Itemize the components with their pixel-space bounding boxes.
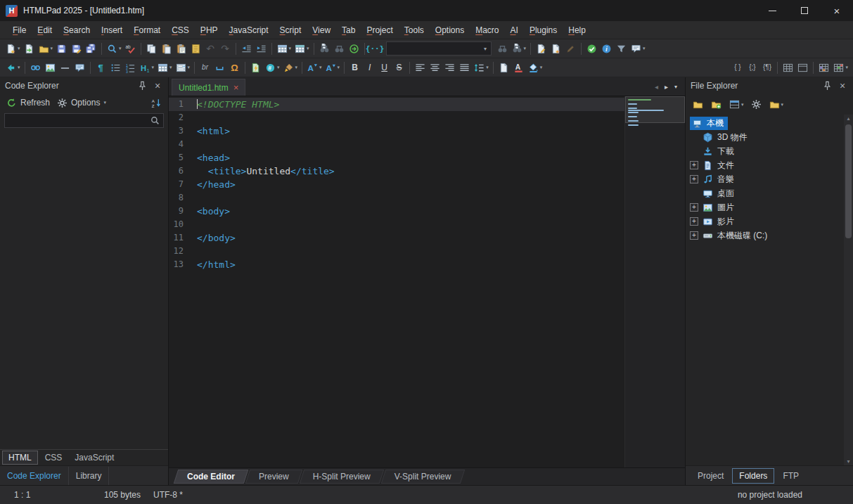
code-line[interactable]: 10 — [169, 218, 624, 231]
fe-root-folder-button[interactable]: ▾ — [767, 96, 785, 112]
hyperlink-button[interactable] — [28, 60, 43, 76]
code-snippet-button[interactable]: {··} — [368, 41, 383, 57]
dock-tab-library[interactable]: Library — [69, 467, 110, 485]
paste-button[interactable] — [159, 41, 174, 57]
code-line[interactable]: 4 — [169, 138, 624, 151]
align-left-button[interactable] — [413, 60, 428, 76]
tree-item-item[interactable]: +文件 — [686, 158, 844, 172]
code-explorer-tree[interactable] — [0, 131, 168, 449]
css-style-button[interactable]: #▾ — [263, 60, 281, 76]
nbsp-button[interactable] — [212, 60, 227, 76]
maximize-button[interactable] — [788, 0, 821, 21]
open-file-button[interactable]: ▾ — [37, 41, 55, 57]
tree-item-item[interactable]: 下載 — [686, 144, 844, 158]
chevron-down-icon[interactable]: ▾ — [480, 46, 491, 52]
tree-item-item[interactable]: +圖片 — [686, 200, 844, 214]
insert-image-button[interactable] — [43, 60, 58, 76]
menu-search[interactable]: Search — [58, 22, 96, 38]
menu-project[interactable]: Project — [361, 22, 398, 38]
dock-tab-project[interactable]: Project — [691, 469, 730, 483]
quick-search-combobox[interactable]: ▾ — [386, 41, 492, 56]
format-painter-button[interactable]: ▾ — [281, 60, 300, 76]
expand-icon[interactable]: + — [690, 203, 698, 212]
goto-line-button[interactable] — [347, 41, 361, 57]
scrollbar-thumb[interactable] — [845, 124, 852, 238]
format-code-button[interactable]: { } — [730, 60, 745, 76]
find-previous-button[interactable]: ▾ — [510, 41, 528, 57]
menu-macro[interactable]: Macro — [470, 22, 504, 38]
comments-button[interactable]: ▾ — [629, 41, 647, 57]
insert-form-button[interactable]: ▾ — [174, 60, 192, 76]
menu-format[interactable]: Format — [128, 22, 166, 38]
insert-comment-button[interactable] — [72, 60, 87, 76]
code-line[interactable]: 11</body> — [169, 231, 624, 245]
quick-search-combobox-input[interactable] — [387, 44, 480, 53]
paragraph-button[interactable]: ¶ — [94, 60, 108, 76]
code-line[interactable]: 6 <title>Untitled</title> — [169, 164, 624, 178]
code-line[interactable]: 12 — [169, 245, 624, 258]
menu-ai[interactable]: AI — [505, 22, 524, 38]
decrease-indent-button[interactable] — [239, 41, 254, 57]
menu-php[interactable]: PHP — [195, 22, 224, 38]
increase-font-button[interactable]: A▾ — [305, 60, 323, 76]
show-grid-button[interactable] — [781, 60, 795, 76]
strikethrough-button[interactable]: S — [392, 60, 406, 76]
numbered-list-button[interactable]: 123 — [123, 60, 138, 76]
validate-html-button[interactable]: ▾ — [831, 60, 849, 76]
menu-tools[interactable]: Tools — [399, 22, 430, 38]
fe-view-mode-button[interactable]: ▾ — [727, 96, 745, 112]
menu-javascript[interactable]: JavaScript — [224, 22, 274, 38]
bold-button[interactable]: B — [347, 60, 362, 76]
code-line[interactable]: 9<body> — [169, 205, 624, 218]
menu-options[interactable]: Options — [430, 22, 470, 38]
expand-icon[interactable]: + — [690, 175, 698, 183]
search-button[interactable]: ▾ — [105, 41, 123, 57]
fe-open-folder-button[interactable] — [691, 96, 705, 112]
clipboard-history-button[interactable] — [188, 41, 203, 57]
replace-in-files-button[interactable] — [332, 41, 347, 57]
view-tab-h-split-preview[interactable]: H-Split Preview — [302, 469, 382, 484]
save-as-button[interactable] — [69, 41, 84, 57]
undo-button[interactable]: ↶ — [203, 41, 218, 57]
insert-table-button[interactable]: ▾ — [155, 60, 174, 76]
bullet-list-button[interactable] — [108, 60, 123, 76]
expand-icon[interactable]: + — [690, 231, 698, 240]
save-button[interactable] — [54, 41, 69, 57]
special-character-button[interactable]: Ω — [227, 60, 242, 76]
code-line[interactable]: 5<head> — [169, 151, 624, 164]
fe-settings-button[interactable] — [749, 96, 764, 112]
find-next-button[interactable] — [495, 41, 510, 57]
menu-help[interactable]: Help — [563, 22, 591, 38]
highlight-color-button[interactable]: ▾ — [526, 60, 544, 76]
spell-check-button[interactable]: ab — [123, 41, 138, 57]
snippets-button[interactable] — [248, 60, 263, 76]
close-panel-icon[interactable]: × — [837, 80, 848, 91]
code-format-options-button[interactable]: {¶} — [759, 60, 774, 76]
tree-item-item[interactable]: +影片 — [686, 214, 844, 228]
encoding[interactable]: UTF-8 * — [153, 490, 217, 500]
document-info-button[interactable]: i — [599, 41, 614, 57]
decrease-font-button[interactable]: A▾ — [323, 60, 342, 76]
fe-add-folder-button[interactable] — [709, 96, 724, 112]
minimize-button[interactable] — [756, 0, 788, 21]
align-center-button[interactable] — [428, 60, 442, 76]
align-justify-button[interactable] — [457, 60, 472, 76]
compress-code-button[interactable]: {;} — [745, 60, 759, 76]
code-explorer-search-input[interactable] — [7, 115, 149, 126]
menu-script[interactable]: Script — [274, 22, 307, 38]
navigate-back-button[interactable]: ▾ — [4, 60, 22, 76]
find-in-files-button[interactable] — [317, 41, 332, 57]
view-tab-v-split-preview[interactable]: V-Split Preview — [383, 469, 463, 484]
edit-page-button[interactable] — [534, 41, 549, 57]
lang-tab-javascript[interactable]: JavaScript — [69, 451, 120, 464]
dock-tab-ftp[interactable]: FTP — [776, 469, 805, 483]
underline-button[interactable]: U — [377, 60, 392, 76]
new-document-button[interactable]: ★▾ — [4, 41, 22, 57]
increase-indent-button[interactable] — [254, 41, 269, 57]
tree-item-item[interactable]: +音樂 — [686, 172, 844, 186]
close-tab-icon[interactable]: × — [233, 82, 239, 93]
heading-button[interactable]: H1▾ — [138, 60, 156, 76]
page-template-button[interactable]: ★ — [549, 41, 563, 57]
menu-file[interactable]: File — [7, 22, 32, 38]
pin-panel-icon[interactable] — [136, 80, 148, 91]
